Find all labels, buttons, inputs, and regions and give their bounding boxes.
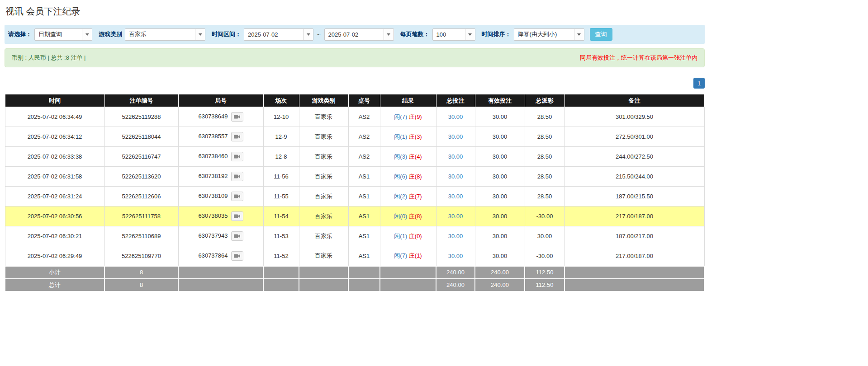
summary-left-text: 币别 : 人民币 | 总共 :8 注单 |: [12, 54, 86, 62]
result-player: 闲(6): [394, 173, 407, 180]
date-from-input[interactable]: [244, 29, 303, 40]
cell-table-no: AS1: [348, 226, 380, 246]
cell-session: 12-10: [263, 107, 299, 127]
total-bet-link[interactable]: 30.00: [448, 153, 463, 160]
cell-valid-bet: 30.00: [475, 127, 525, 147]
video-replay-button[interactable]: [231, 231, 243, 241]
column-header: 备注: [564, 94, 704, 107]
round-no-text: 630738460: [198, 153, 228, 160]
footer-label: 小计: [5, 266, 104, 279]
table-row: 2025-07-02 06:30:56522625111758630738035…: [5, 206, 704, 226]
pagination: 1: [5, 78, 705, 89]
cell-payout: 28.50: [525, 127, 564, 147]
video-replay-button[interactable]: [231, 112, 243, 122]
date-to-input[interactable]: [325, 29, 384, 40]
round-no-text: 630737943: [198, 232, 228, 239]
cell-round-no: 630738192: [178, 167, 263, 187]
cell-total-bet: 30.00: [436, 127, 475, 147]
video-replay-button[interactable]: [231, 172, 243, 181]
cell-game-type: 百家乐: [299, 107, 348, 127]
date-to-caret-button[interactable]: [384, 29, 394, 40]
round-no-text: 630738649: [198, 113, 228, 120]
footer-payout: 112.50: [525, 266, 564, 279]
cell-valid-bet: 30.00: [475, 107, 525, 127]
total-bet-link[interactable]: 30.00: [448, 233, 463, 239]
video-replay-button[interactable]: [231, 132, 243, 141]
search-button[interactable]: 查询: [590, 28, 612, 41]
video-replay-button[interactable]: [231, 152, 243, 161]
cell-valid-bet: 30.00: [475, 187, 525, 206]
footer-empty-result: [380, 266, 436, 279]
cell-round-no: 630738035: [178, 206, 263, 226]
total-bet-link[interactable]: 30.00: [448, 133, 463, 140]
cell-table-no: AS1: [348, 167, 380, 187]
total-bet-link[interactable]: 30.00: [448, 173, 463, 180]
column-header: 场次: [263, 94, 299, 107]
cell-bet-no: 522625110689: [104, 226, 178, 246]
column-header: 总派彩: [525, 94, 564, 107]
per-page-input[interactable]: [433, 29, 465, 40]
video-replay-icon: [234, 134, 240, 139]
cell-total-bet: 30.00: [436, 187, 475, 206]
date-from-caret-button[interactable]: [303, 29, 313, 40]
footer-empty-round: [178, 266, 263, 279]
date-mode-input[interactable]: [35, 29, 82, 40]
summary-bar: 币别 : 人民币 | 总共 :8 注单 | 同局有效投注，统一计算在该局第一张注…: [5, 48, 705, 67]
total-bet-link[interactable]: 30.00: [448, 193, 463, 200]
table-row: 2025-07-02 06:33:38522625116747630738460…: [5, 147, 704, 167]
game-type-caret-button[interactable]: [195, 29, 205, 40]
result-banker: 庄(1): [409, 252, 422, 259]
cell-total-bet: 30.00: [436, 107, 475, 127]
cell-session: 11-55: [263, 187, 299, 206]
cell-table-no: AS1: [348, 246, 380, 266]
cell-bet-no: 522625113620: [104, 167, 178, 187]
pagination-page-1[interactable]: 1: [693, 78, 705, 89]
video-replay-icon: [234, 154, 240, 159]
page-title: 视讯 会员下注纪录: [5, 5, 705, 18]
table-row: 2025-07-02 06:29:49522625109770630737864…: [5, 246, 704, 266]
cell-bet-no: 522625118044: [104, 127, 178, 147]
cell-game-type: 百家乐: [299, 127, 348, 147]
cell-payout: 28.50: [525, 147, 564, 167]
column-header: 有效投注: [475, 94, 525, 107]
table-body: 2025-07-02 06:34:49522625119288630738649…: [5, 107, 704, 291]
cell-result: 闲(0) 庄(8): [380, 206, 436, 226]
cell-game-type: 百家乐: [299, 226, 348, 246]
game-type-label: 游戏类别: [99, 30, 122, 38]
video-replay-icon: [234, 114, 240, 119]
total-bet-link[interactable]: 30.00: [448, 213, 463, 220]
cell-remark: 301.00/329.50: [564, 107, 704, 127]
footer-empty-result: [380, 279, 436, 291]
cell-time: 2025-07-02 06:33:38: [5, 147, 104, 167]
date-mode-caret-button[interactable]: [82, 29, 92, 40]
video-replay-button[interactable]: [231, 192, 243, 201]
cell-total-bet: 30.00: [436, 167, 475, 187]
summary-right-text: 同局有效投注，统一计算在该局第一张注单内: [580, 54, 697, 62]
game-type-input[interactable]: [125, 29, 195, 40]
cell-payout: 28.50: [525, 167, 564, 187]
cell-result: 闲(3) 庄(4): [380, 147, 436, 167]
date-from-combo: [244, 28, 313, 41]
cell-result: 闲(1) 庄(3): [380, 127, 436, 147]
cell-session: 11-52: [263, 246, 299, 266]
round-no-text: 630738109: [198, 192, 228, 199]
video-replay-button[interactable]: [231, 251, 243, 261]
caret-down-icon: [307, 33, 310, 36]
sort-caret-button[interactable]: [574, 29, 584, 40]
cell-bet-no: 522625119288: [104, 107, 178, 127]
cell-round-no: 630737943: [178, 226, 263, 246]
sort-input[interactable]: [514, 29, 574, 40]
footer-empty-table: [348, 279, 380, 291]
per-page-caret-button[interactable]: [465, 29, 475, 40]
total-bet-link[interactable]: 30.00: [448, 253, 463, 259]
total-bet-link[interactable]: 30.00: [448, 113, 463, 120]
footer-label: 总计: [5, 279, 104, 291]
result-player: 闲(3): [394, 153, 407, 160]
cell-time: 2025-07-02 06:30:56: [5, 206, 104, 226]
column-header: 局号: [178, 94, 263, 107]
cell-result: 闲(1) 庄(0): [380, 226, 436, 246]
video-replay-button[interactable]: [231, 211, 243, 221]
footer-valid-bet: 240.00: [475, 279, 525, 291]
cell-bet-no: 522625112606: [104, 187, 178, 206]
caret-down-icon: [468, 33, 472, 36]
